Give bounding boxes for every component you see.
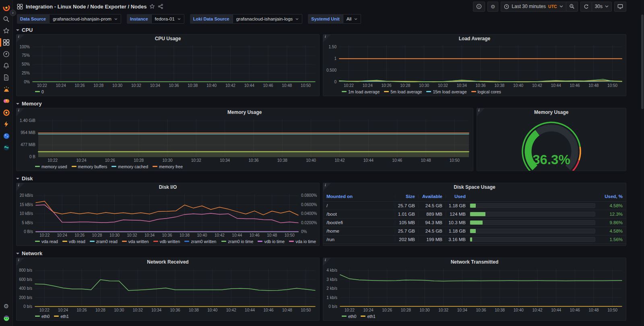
cpu-usage-chart[interactable]: 10:2210:2410:2610:2810:3010:3210:3410:36…: [17, 43, 319, 89]
legend-item[interactable]: zram0 read: [90, 239, 118, 244]
dashboard-title[interactable]: Integration - Linux Node / Node Exporter…: [26, 4, 147, 10]
legend-item[interactable]: 15m load average: [426, 89, 466, 94]
section-header-cpu[interactable]: CPU: [16, 26, 626, 34]
filter-value-dropdown[interactable]: fedora-01: [151, 14, 184, 24]
legend-item[interactable]: vda written: [122, 239, 149, 244]
svg-text:0 B: 0 B: [29, 155, 35, 159]
panel-title[interactable]: Network Transmitted: [323, 258, 626, 266]
dashboard-settings-button[interactable]: ⚙: [487, 2, 499, 12]
filter-value-dropdown[interactable]: grafanacloud-ishanjain-prom: [49, 14, 121, 24]
info-circle-icon: [476, 4, 482, 9]
sidebar-item-settings[interactable]: ⚙: [0, 300, 13, 312]
panel-info-corner[interactable]: i: [323, 183, 331, 191]
panel-info-corner[interactable]: i: [17, 183, 24, 191]
panel-title[interactable]: CPU Usage: [17, 35, 319, 43]
tv-mode-button[interactable]: [614, 2, 626, 12]
legend-item[interactable]: 1m load average: [342, 89, 380, 94]
panel-title[interactable]: Disk I/O: [17, 183, 319, 192]
svg-text:10:28: 10:28: [93, 83, 103, 88]
legend-item[interactable]: 0: [35, 89, 44, 94]
panel-title[interactable]: Disk Space Usage: [323, 183, 626, 192]
sidebar-item-incident[interactable]: [0, 83, 13, 95]
filter-label[interactable]: Loki Data Source: [190, 14, 233, 24]
legend-item[interactable]: zram0 written: [184, 239, 216, 244]
filter-value-dropdown[interactable]: All: [343, 14, 361, 24]
panel-title[interactable]: Network Received: [17, 258, 319, 266]
filter-label[interactable]: Instance: [127, 14, 151, 24]
section-header-network[interactable]: Network: [16, 249, 626, 258]
column-header[interactable]: Available: [418, 194, 446, 199]
legend-item[interactable]: logical cores: [471, 89, 501, 94]
legend-item[interactable]: memory buffers: [72, 164, 107, 169]
time-range-picker[interactable]: Last 30 minutes UTC: [501, 2, 566, 12]
legend-item[interactable]: zram0 io time: [221, 239, 253, 244]
sidebar-item-starred[interactable]: [0, 25, 13, 37]
section-header-memory[interactable]: Memory: [16, 99, 626, 108]
panel-title[interactable]: Load Average: [323, 35, 626, 43]
load-average-chart[interactable]: 10:2210:2410:2610:2810:3010:3210:3410:36…: [323, 43, 626, 89]
panel-info-corner[interactable]: i: [323, 35, 331, 42]
column-header[interactable]: Used, %: [599, 194, 623, 199]
insights-button[interactable]: [473, 2, 485, 12]
legend-item[interactable]: memory free: [153, 164, 183, 169]
column-header[interactable]: Used: [446, 194, 469, 199]
legend-item[interactable]: eth0: [342, 314, 356, 319]
legend-label: vdb read: [69, 239, 85, 244]
panel-info-corner[interactable]: i: [17, 35, 24, 42]
sidebar-item-synthetics[interactable]: [0, 130, 13, 142]
legend-item[interactable]: vdb written: [153, 239, 180, 244]
legend-item[interactable]: eth1: [361, 314, 375, 319]
value-cell: 3.16 MB: [446, 237, 469, 242]
svg-text:10:30: 10:30: [419, 83, 429, 88]
legend-item[interactable]: vdb read: [62, 239, 85, 244]
share-icon[interactable]: [158, 4, 163, 9]
sidebar-item-profile[interactable]: [0, 312, 13, 324]
panel-info-corner[interactable]: i: [17, 258, 24, 266]
legend-item[interactable]: vda read: [35, 239, 58, 244]
panel-info-corner[interactable]: i: [17, 108, 24, 116]
sidebar-item-oncall[interactable]: [0, 107, 13, 118]
scrollbar-thumb[interactable]: [641, 14, 644, 109]
sidebar-item-dashboards[interactable]: [0, 37, 13, 48]
sidebar-expand-button[interactable]: ›: [10, 10, 16, 16]
zoom-out-button[interactable]: [566, 2, 578, 12]
panel-title[interactable]: Memory Usage: [17, 108, 473, 117]
column-header[interactable]: Mounted on: [326, 194, 395, 199]
sidebar-item-web-monitoring[interactable]: [0, 142, 13, 153]
star-icon[interactable]: [149, 4, 155, 9]
vertical-scrollbar[interactable]: [641, 0, 644, 326]
filter-label[interactable]: Data Source: [17, 14, 49, 24]
section-header-disk[interactable]: Disk: [16, 174, 626, 183]
network-received-chart[interactable]: 10:2210:2410:2610:2810:3010:3210:3410:36…: [17, 266, 319, 313]
svg-text:10:44: 10:44: [245, 308, 255, 312]
column-header[interactable]: Size: [395, 194, 418, 199]
refresh-interval-dropdown[interactable]: 30s: [592, 2, 612, 12]
refresh-button[interactable]: [580, 2, 592, 12]
disk-io-chart[interactable]: 10:2210:2410:2610:2810:3010:3210:3410:36…: [17, 192, 319, 238]
filter-label[interactable]: Systemd Unit: [308, 14, 343, 24]
panel-info-corner[interactable]: i: [477, 108, 485, 116]
legend-item[interactable]: memory used: [35, 164, 67, 169]
sidebar-item-alerting[interactable]: [0, 60, 13, 72]
memory-usage-chart[interactable]: 10:2210:2410:2610:2810:3010:3210:3410:36…: [17, 117, 473, 163]
network-transmitted-chart[interactable]: 10:2210:2410:2610:2810:3010:3210:3410:36…: [323, 266, 626, 313]
svg-text:10:34: 10:34: [457, 83, 467, 88]
svg-text:10:40: 10:40: [207, 308, 217, 312]
sidebar-item-k6[interactable]: [0, 118, 13, 130]
legend-item[interactable]: eth1: [54, 314, 68, 319]
panel-title[interactable]: Memory Usage: [477, 108, 626, 117]
legend-item[interactable]: eth0: [35, 314, 50, 319]
legend-item[interactable]: vda io time: [289, 239, 316, 244]
dashboard-grid-icon[interactable]: [17, 4, 23, 10]
chevron-down-icon: [559, 5, 563, 8]
sidebar-item-docs[interactable]: [0, 72, 13, 83]
value-cell: 24.5 GB: [418, 203, 446, 208]
legend-item[interactable]: memory cached: [111, 164, 148, 169]
sidebar-item-machine-learning[interactable]: [0, 95, 13, 107]
legend-item[interactable]: 5m load average: [384, 89, 422, 94]
sidebar-item-explore[interactable]: [0, 48, 13, 60]
legend-item[interactable]: vdb io time: [258, 239, 285, 244]
gear-icon: ⚙: [491, 4, 495, 10]
panel-info-corner[interactable]: i: [323, 258, 331, 266]
filter-value-dropdown[interactable]: grafanacloud-ishanjain-logs: [233, 14, 303, 24]
